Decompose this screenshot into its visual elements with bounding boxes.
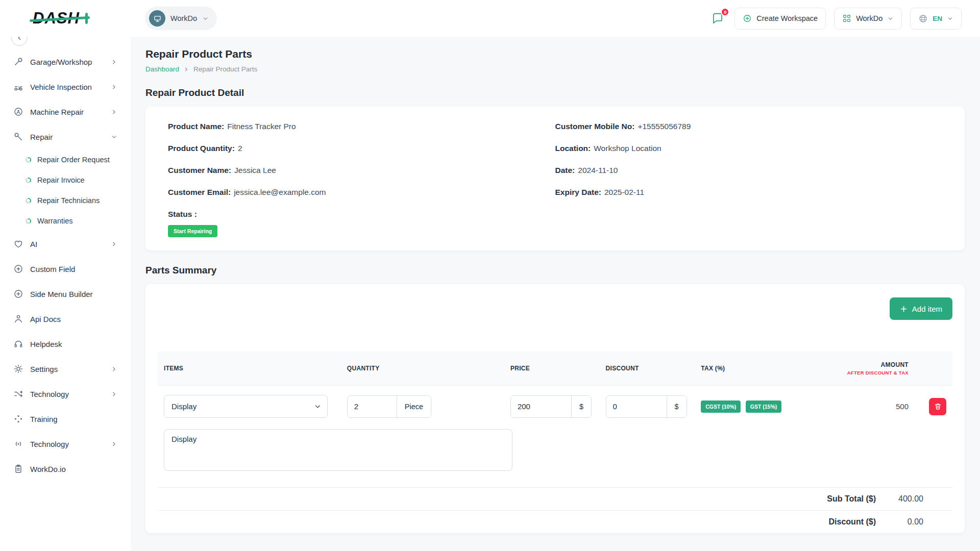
item-select[interactable]: Display — [164, 395, 328, 418]
discount-currency-label: $ — [667, 396, 687, 417]
sidebar-item-repair[interactable]: Repair — [7, 125, 124, 148]
sidebar-item-label: Settings — [30, 365, 58, 373]
field-value: 2024-11-10 — [578, 166, 618, 174]
clipboard-icon — [13, 464, 23, 474]
page-title: Repair Product Parts — [145, 48, 965, 60]
add-item-button[interactable]: Add item — [890, 297, 952, 320]
messages-button[interactable]: 0 — [709, 10, 726, 27]
heart-icon — [13, 239, 23, 249]
language-selector[interactable]: EN — [910, 8, 962, 30]
add-item-label: Add item — [912, 305, 942, 313]
sidebar-subitem-label: Repair Technicians — [37, 196, 100, 205]
breadcrumb-current: Repair Product Parts — [193, 65, 257, 73]
tax-badge-gst: GST (15%) — [746, 400, 782, 413]
item-select-wrap: Display — [164, 395, 328, 418]
sidebar-item-label: Custom Field — [30, 265, 75, 273]
col-header-discount: DISCOUNT — [600, 352, 695, 386]
sidebar-item-custom-field[interactable]: Custom Field — [7, 257, 124, 281]
repair-detail-card: Product Name:Fitness Tracker Pro Product… — [145, 107, 965, 251]
col-header-quantity: QUANTITY — [341, 352, 504, 386]
section-heading-parts: Parts Summary — [145, 265, 965, 276]
quantity-unit-label: Piece — [397, 396, 431, 417]
sidebar-item-settings[interactable]: Settings — [7, 357, 124, 381]
quantity-input[interactable] — [348, 396, 397, 417]
totals-section: Sub Total ($) 400.00 Discount ($) 0.00 — [158, 487, 952, 533]
field-label: Location: — [555, 144, 591, 153]
sidebar-item-label: Garage/Workshop — [30, 58, 92, 66]
gear-icon — [13, 364, 23, 374]
sidebar-item-repair-invoice[interactable]: Repair Invoice — [20, 170, 124, 190]
field-value: Workshop Location — [594, 144, 661, 153]
app-logo[interactable]: DASH — [33, 9, 80, 28]
globe-icon — [918, 14, 928, 23]
col-header-price: PRICE — [504, 352, 600, 386]
amount-value: 500 — [896, 402, 909, 411]
app-header: DASH WorkDo 0 Create Workspace WorkDo — [0, 0, 980, 37]
discount-input[interactable] — [606, 396, 667, 417]
sidebar-item-helpdesk[interactable]: Helpdesk — [7, 332, 124, 356]
sidebar-subitem-label: Repair Order Request — [37, 156, 110, 164]
sidebar-item-label: Training — [30, 415, 58, 423]
sidebar-item-api-docs[interactable]: Api Docs — [7, 307, 124, 331]
discount-total-label: Discount ($) — [829, 517, 876, 527]
col-header-actions — [923, 352, 952, 386]
quantity-input-group: Piece — [347, 395, 431, 418]
machine-icon — [13, 107, 23, 117]
workspace-menu-button[interactable]: WorkDo — [834, 8, 902, 30]
tax-badge-cgst: CGST (10%) — [701, 400, 741, 413]
sidebar-item-label: Vehicle Inspection — [30, 83, 92, 91]
price-input[interactable] — [511, 396, 571, 417]
price-input-group: $ — [510, 395, 592, 418]
logo-plus-accent — [85, 13, 88, 24]
trash-icon — [934, 403, 942, 410]
sidebar-item-machine-repair[interactable]: Machine Repair — [7, 100, 124, 123]
sidebar-item-warranties[interactable]: Warranties — [20, 211, 124, 231]
sidebar-item-label: Technology — [30, 440, 69, 448]
field-label: Expiry Date: — [555, 188, 601, 196]
field-label: Customer Email: — [168, 188, 231, 196]
sidebar-item-training[interactable]: Training — [7, 407, 124, 431]
sidebar-item-label: Api Docs — [30, 315, 61, 323]
person-icon — [13, 314, 23, 324]
parts-summary-card: Add item ITEMS QUANTITY PRICE DISCOUNT T… — [145, 284, 965, 533]
chevron-right-icon — [111, 366, 117, 372]
parts-table: ITEMS QUANTITY PRICE DISCOUNT TAX (%) AM… — [158, 352, 952, 485]
workspace-name: WorkDo — [170, 14, 197, 22]
create-workspace-button[interactable]: Create Workspace — [734, 8, 826, 30]
sidebar-item-side-menu-builder[interactable]: Side Menu Builder — [7, 282, 124, 306]
breadcrumb: Dashboard Repair Product Parts — [145, 65, 965, 73]
sidebar-item-technology[interactable]: Technology — [7, 382, 124, 406]
bullet-icon — [26, 198, 31, 204]
sidebar-item-repair-technicians[interactable]: Repair Technicians — [20, 191, 124, 210]
status-badge[interactable]: Start Repairing — [168, 225, 217, 237]
sidebar-item-garage-workshop[interactable]: Garage/Workshop — [7, 50, 124, 73]
plus-circle-icon — [743, 14, 752, 23]
chevron-down-icon — [111, 134, 117, 140]
field-label: Customer Name: — [168, 166, 231, 174]
sidebar-item-workdo-io[interactable]: WorkDo.io — [7, 457, 124, 481]
field-value: 2025-02-11 — [604, 188, 644, 196]
delete-item-button[interactable] — [929, 398, 946, 415]
sidebar-item-ai[interactable]: AI — [7, 232, 124, 256]
sidebar-item-label: Helpdesk — [30, 340, 62, 348]
repair-wrench-icon — [13, 132, 23, 142]
plus-icon — [900, 305, 908, 313]
item-description-textarea[interactable]: Display — [164, 429, 512, 471]
chevron-right-icon — [111, 441, 117, 447]
breadcrumb-dashboard-link[interactable]: Dashboard — [145, 65, 179, 73]
discount-total-row: Discount ($) 0.00 — [158, 510, 952, 533]
repair-submenu: Repair Order Request Repair Invoice Repa… — [3, 150, 128, 231]
col-header-amount: AMOUNT AFTER DISCOUNT & TAX — [841, 352, 923, 386]
parts-table-row: Display Piece — [158, 386, 952, 428]
sidebar-item-technology-2[interactable]: Technology — [7, 432, 124, 456]
chevron-right-icon — [111, 59, 117, 65]
workspace-selector[interactable]: WorkDo — [145, 7, 217, 30]
sidebar-item-vehicle-inspection[interactable]: Vehicle Inspection — [7, 75, 124, 98]
subtotal-label: Sub Total ($) — [827, 494, 876, 504]
grid-icon — [842, 14, 851, 23]
chevron-down-icon — [887, 15, 894, 22]
sidebar-item-repair-order-request[interactable]: Repair Order Request — [20, 150, 124, 169]
field-label: Date: — [555, 166, 575, 174]
sidebar-subitem-label: Warranties — [37, 217, 73, 225]
field-label: Customer Mobile No: — [555, 122, 635, 131]
